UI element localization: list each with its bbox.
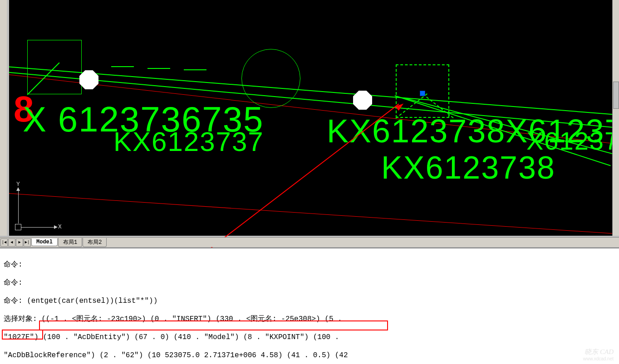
watermark-url: www.xdcad.net bbox=[583, 356, 614, 361]
ucs-x-label: X bbox=[58, 223, 62, 230]
viewport-container: 8 X 6123736735 KX6123738X6123740 KX61237… bbox=[0, 0, 619, 248]
tab-nav-next[interactable]: ► bbox=[16, 238, 23, 247]
left-toolbar bbox=[0, 0, 7, 236]
green-dash bbox=[147, 68, 170, 69]
layout-tabs-bar: |◄ ◄ ► ►| Model 布局1 布局2 bbox=[0, 237, 619, 247]
drawing-area[interactable]: 8 X 6123736735 KX6123738X6123740 KX61237… bbox=[9, 0, 612, 236]
cmd-line: "1027E") (100 . "AcDbEntity") (67 . 0) (… bbox=[4, 333, 615, 342]
green-dash bbox=[184, 69, 206, 70]
ucs-y-label: Y bbox=[16, 181, 20, 188]
green-label: KX6123737 bbox=[113, 126, 264, 157]
cmd-line: 命令: bbox=[4, 278, 615, 287]
tab-model[interactable]: Model bbox=[31, 238, 58, 246]
drawing-canvas[interactable]: 8 X 6123736735 KX6123738X6123740 KX61237… bbox=[9, 0, 612, 236]
ucs-y-axis bbox=[18, 189, 19, 223]
tab-nav-first[interactable]: |◄ bbox=[0, 238, 8, 247]
red-construction-line bbox=[9, 193, 612, 235]
grip-point[interactable] bbox=[420, 91, 425, 96]
tab-nav-last[interactable]: ►| bbox=[24, 238, 31, 247]
vertical-scrollbar[interactable] bbox=[612, 0, 619, 236]
scroll-thumb[interactable] bbox=[613, 82, 619, 109]
green-dash bbox=[111, 66, 134, 67]
ucs-origin-icon bbox=[15, 224, 21, 230]
tab-layout2[interactable]: 布局2 bbox=[83, 238, 107, 247]
white-octagon-marker bbox=[79, 70, 98, 89]
green-label: X6123738 bbox=[526, 126, 612, 155]
command-window[interactable]: 命令: 命令: 命令: (entget(car(entsel))(list"*"… bbox=[0, 248, 619, 364]
watermark-brand: 晓东 CAD bbox=[583, 348, 614, 356]
ucs-x-axis bbox=[21, 227, 55, 228]
cmd-line: "AcDbBlockReference") (2 . "62") (10 523… bbox=[4, 351, 615, 360]
watermark: 晓东 CAD www.xdcad.net bbox=[583, 348, 614, 361]
cmd-line: 选择对象: ((-1 . <图元名: -23c190>) (0 . "INSER… bbox=[4, 315, 615, 324]
tab-nav-prev[interactable]: ◄ bbox=[8, 238, 15, 247]
cmd-line: 命令: (entget(car(entsel))(list"*")) bbox=[4, 296, 615, 306]
tab-layout1[interactable]: 布局1 bbox=[58, 238, 82, 247]
cmd-line: 命令: bbox=[4, 260, 615, 269]
